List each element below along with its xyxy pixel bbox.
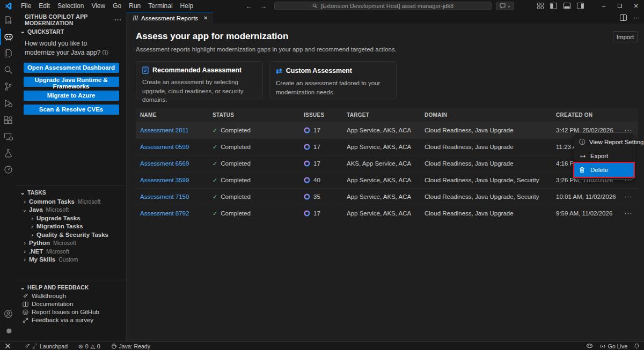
live-session-icon[interactable] — [0, 161, 16, 178]
open-assessment-dashboard-button[interactable]: Open Assessment Dashboard — [24, 63, 119, 73]
task-quality-security-tasks[interactable]: › Quality & Security Tasks — [16, 230, 126, 239]
menu-item-label: Delete — [590, 167, 608, 173]
menu-export[interactable]: ↦ Export — [574, 149, 634, 163]
remote-explorer-icon[interactable] — [0, 128, 16, 145]
task-label: Upgrade Tasks — [36, 215, 80, 221]
menu-edit[interactable]: Edit — [35, 2, 54, 10]
status-label: Completed — [221, 160, 251, 167]
tab-label: Assessment Reports — [141, 15, 198, 21]
table-row[interactable]: Assessment 3599 ✓Completed 40 App Servic… — [136, 172, 638, 188]
row-more-actions[interactable]: ··· — [619, 193, 638, 200]
assessment-link[interactable]: Assessment 6569 — [140, 160, 213, 167]
chevron-down-icon: ⌄ — [21, 206, 28, 213]
migrate-to-azure-button[interactable]: Migrate to Azure — [24, 91, 119, 101]
account-icon[interactable] — [0, 305, 16, 322]
quickstart-section-header[interactable]: ⌄ QUICKSTART — [16, 26, 126, 36]
chevron-right-icon: › — [21, 198, 28, 205]
table-row[interactable]: Assessment 8792 ✓Completed 17 App Servic… — [136, 205, 638, 221]
task-java[interactable]: ⌄ Java Microsoft — [16, 205, 126, 214]
extensions-icon[interactable] — [0, 111, 16, 128]
swap-arrows-icon: ⇄ — [276, 66, 282, 75]
help-feedback-survey[interactable]: Feedback via a survey — [16, 316, 126, 324]
task-my-skills[interactable]: › My Skills Custom — [16, 255, 126, 264]
command-center-search[interactable]: [Extension Development Host] asset manag… — [274, 2, 492, 10]
forward-icon[interactable]: → — [260, 2, 267, 10]
task-dotnet[interactable]: › .NET Microsoft — [16, 247, 126, 256]
java-status[interactable]: Java: Ready — [108, 342, 153, 350]
table-row[interactable]: Assessment 7150 ✓Completed 35 App Servic… — [136, 188, 638, 205]
table-row[interactable]: Assessment 6569 ✓Completed 17 AKS, App S… — [136, 155, 638, 172]
task-common-tasks[interactable]: › Common Tasks Microsoft — [16, 197, 126, 206]
row-more-actions[interactable]: ··· — [619, 210, 638, 217]
copilot-modernization-icon[interactable] — [0, 28, 16, 45]
close-window-button[interactable]: ✕ — [628, 0, 644, 12]
tasks-section-header[interactable]: ⌄ TASKS — [16, 187, 126, 197]
status-label: Completed — [221, 210, 251, 217]
toggle-primary-sidebar-icon[interactable] — [550, 3, 557, 9]
assessment-link[interactable]: Assessment 0599 — [140, 144, 213, 150]
sidebar-more-actions[interactable]: ··· — [115, 17, 122, 23]
chevron-down-icon: ⌄ — [19, 28, 26, 35]
info-icon[interactable]: ⓘ — [103, 49, 108, 56]
copilot-chat-icon — [500, 3, 506, 9]
upgrade-java-runtime-button[interactable]: Upgrade Java Runtime & Frameworks — [24, 77, 119, 87]
toggle-panel-icon[interactable] — [564, 3, 570, 9]
assessment-link[interactable]: Assessment 8792 — [140, 210, 213, 217]
settings-gear-icon[interactable] — [0, 322, 16, 339]
tab-assessment-reports[interactable]: Assessment Reports ✕ — [127, 12, 213, 24]
menu-delete[interactable]: Delete — [574, 163, 634, 177]
menu-help[interactable]: Help — [177, 2, 197, 10]
menu-terminal[interactable]: Terminal — [144, 2, 176, 10]
split-editor-icon[interactable] — [620, 14, 627, 21]
menu-view-report-settings[interactable]: ⓘ View Report Settings — [574, 135, 634, 149]
help-section-header[interactable]: ⌄ HELP AND FEEDBACK — [16, 282, 126, 292]
menu-file[interactable]: File — [17, 2, 35, 10]
customize-layout-icon[interactable] — [537, 3, 544, 9]
test-beaker-icon[interactable] — [0, 145, 16, 161]
col-status: STATUS — [213, 112, 304, 118]
assessment-link[interactable]: Assessment 3599 — [140, 177, 213, 183]
help-documentation[interactable]: Documentation — [16, 300, 126, 308]
issues-count: 40 — [313, 177, 320, 183]
task-python[interactable]: › Python Microsoft — [16, 239, 126, 247]
table-row[interactable]: Assessment 2811 ✓Completed 17 App Servic… — [136, 122, 638, 138]
search-icon — [312, 3, 318, 9]
editor-more-actions[interactable]: ··· — [633, 14, 640, 21]
menu-selection[interactable]: Selection — [54, 2, 87, 10]
run-debug-icon[interactable] — [0, 95, 16, 111]
custom-assessment-card[interactable]: ⇄ Custom Assessment Create an assessment… — [269, 61, 397, 99]
help-item-label: Report Issues on GitHub — [32, 309, 99, 315]
copilot-chat-button[interactable]: ⌄ — [496, 2, 514, 10]
issues-count: 35 — [313, 193, 320, 200]
menu-go[interactable]: Go — [109, 2, 125, 10]
toggle-secondary-sidebar-icon[interactable] — [577, 3, 584, 9]
task-migration-tasks[interactable]: › Migration Tasks — [16, 222, 126, 230]
import-button[interactable]: Import — [613, 31, 638, 42]
chevron-right-icon: › — [21, 256, 28, 263]
back-icon[interactable]: ← — [245, 2, 252, 10]
search-sidebar-icon[interactable] — [0, 62, 16, 78]
notifications-bell[interactable] — [631, 342, 644, 350]
minimize-button[interactable]: – — [596, 0, 612, 12]
assessment-link[interactable]: Assessment 2811 — [140, 127, 213, 133]
scan-resolve-cves-button[interactable]: Scan & Resolve CVEs — [24, 105, 119, 115]
menu-run[interactable]: Run — [125, 2, 144, 10]
launchpad-status[interactable]: Launchpad — [21, 342, 71, 350]
problems-status[interactable]: ⊗ 0 △ 0 — [75, 342, 104, 350]
table-row[interactable]: Assessment 0599 ✓Completed 17 App Servic… — [136, 138, 638, 155]
copilot-status[interactable] — [583, 342, 596, 350]
github-icon — [23, 309, 28, 315]
assessment-link[interactable]: Assessment 7150 — [140, 193, 213, 200]
explorer-pages-icon[interactable] — [0, 45, 16, 62]
go-live-button[interactable]: Go Live — [596, 342, 631, 350]
output-log-icon[interactable]: LOG — [0, 12, 16, 28]
restore-button[interactable] — [612, 0, 628, 12]
recommended-assessment-card[interactable]: Recommended Assessment Create an assessm… — [136, 61, 263, 99]
source-control-icon[interactable] — [0, 78, 16, 95]
help-walkthrough[interactable]: Walkthrough — [16, 292, 126, 300]
menu-view[interactable]: View — [87, 2, 109, 10]
help-report-issues-github[interactable]: Report Issues on GitHub — [16, 308, 126, 316]
tab-close-icon[interactable]: ✕ — [203, 15, 208, 21]
task-upgrade-tasks[interactable]: › Upgrade Tasks — [16, 214, 126, 222]
remote-indicator[interactable] — [0, 342, 14, 350]
